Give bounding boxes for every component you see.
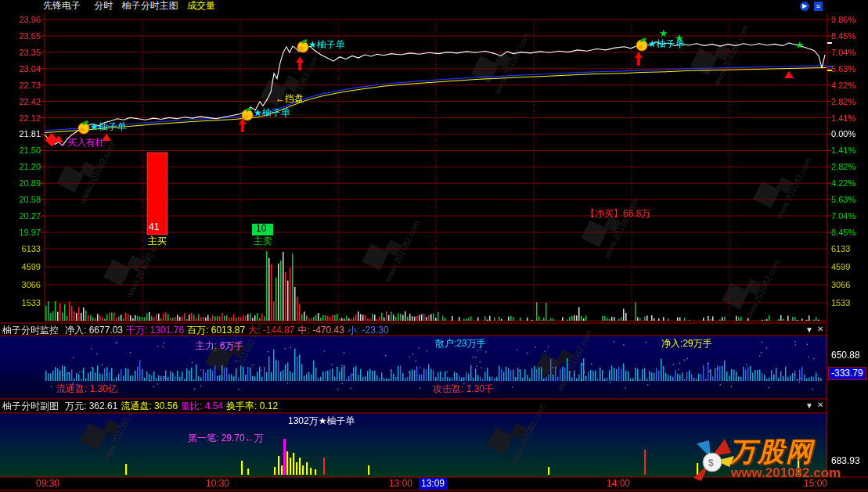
dangpan-annotation: ←挡盘 (276, 94, 304, 104)
percent-axis-label: 1.41% (831, 145, 855, 155)
chart-canvas[interactable]: www.201082.comwww.201082.comwww.201082.c… (0, 0, 868, 492)
price-axis-label: 23.04 (2, 64, 41, 74)
percent-axis-label: 1.41% (831, 113, 855, 123)
time-label: 10:30 (206, 478, 229, 490)
monitor-zhuli-text: 主力: 6万手 (196, 341, 243, 351)
pomelo-icon (297, 38, 308, 52)
price-axis-label: 21.81 (2, 129, 41, 138)
time-label: 09:30 (36, 478, 59, 490)
stat-item: 千万: 1301.76 (126, 325, 184, 336)
play-icon[interactable]: ▶ (800, 2, 809, 11)
youzi-signal-label: ★柚子单 (90, 122, 127, 132)
percent-axis-label: 4.22% (831, 178, 855, 188)
monitor-close-icon[interactable]: ✕ (817, 325, 823, 334)
price-axis-label: 23.35 (2, 48, 41, 57)
volume-axis-label: 6133 (2, 244, 41, 253)
percent-axis-label: 9.86% (831, 15, 855, 24)
trading-app-window: 先锋电子 分时 柚子分时主图 成交量 ▶ ≡ www.201082.comwww… (0, 0, 868, 492)
price-axis-label: 22.12 (2, 113, 41, 123)
subchart-bar-label: 1302万★柚子单 (288, 416, 355, 426)
youzi-signal-label: ★柚子单 (308, 40, 345, 50)
time-label: 14:00 (607, 478, 630, 490)
percent-axis-label: 5.63% (831, 64, 855, 74)
subchart-minimize-icon[interactable]: ▼ (805, 401, 813, 411)
percent-axis-label: 4.22% (831, 81, 855, 90)
pomelo-icon (636, 37, 647, 51)
subchart-title[interactable]: 柚子分时副图 (2, 400, 59, 411)
buy-bar-value: 41 (149, 222, 159, 232)
youzi-signal-label: ★柚子单 (254, 108, 290, 118)
pinwheel-icon: $ (683, 433, 868, 492)
buy-signal-annotation: ←买入有柱 (58, 138, 105, 148)
volume-axis-label: 4599 (2, 262, 41, 271)
price-axis-label: 20.89 (2, 178, 41, 188)
price-axis-label: 22.42 (2, 97, 41, 106)
up-arrow-icon (635, 52, 643, 66)
percent-axis-label: 8.45% (831, 31, 855, 41)
net-buy-annotation: 【净买】66.8万 (585, 209, 650, 219)
svg-text:$: $ (708, 458, 714, 469)
pomelo-icon (242, 106, 253, 120)
subchart-close-icon[interactable]: ✕ (817, 400, 823, 410)
monitor-right-highlight-value: -333.79 (828, 367, 866, 380)
list-icon[interactable]: ≡ (814, 2, 823, 11)
stat-item: 流通盘: 30.56 (121, 400, 178, 411)
volume-axis-label: 3066 (831, 280, 850, 289)
wangguwang-logo: $ 万股网 www.201082.com (683, 433, 868, 492)
subchart-first-trade: 第一笔: 29.70←万 (188, 433, 264, 444)
volume-axis-label: 4599 (831, 262, 850, 271)
percent-axis-label: 7.04% (831, 211, 855, 221)
monitor-gongji-text: 攻击盘: 1.30千 (433, 384, 494, 394)
sell-bar-label: 主卖 (254, 236, 272, 246)
monitor-right-top-value: 650.88 (831, 350, 860, 361)
volume-bars (45, 251, 819, 321)
percent-axis-label: 5.63% (831, 195, 855, 204)
youzi-signal-label: ★柚子单 (648, 39, 685, 49)
pomelo-icon (78, 120, 89, 134)
price-axis-label: 21.50 (2, 145, 41, 155)
monitor-sanhu-text: 散户:23万手 (435, 339, 486, 349)
stat-item: 小: -23.30 (348, 325, 389, 336)
price-axis-label: 20.27 (2, 211, 41, 221)
star-icon: ★ (795, 39, 805, 51)
diamond-icon (45, 134, 59, 147)
sell-bar-value: 10 (256, 224, 266, 234)
list-glyph: ≡ (816, 2, 820, 10)
percent-axis-label: 2.82% (831, 162, 855, 171)
stat-item: 换手率: 0.12 (226, 400, 278, 411)
stat-item: 万元: 362.61 (65, 400, 117, 411)
percent-axis-label: 7.04% (831, 48, 855, 57)
monitor-panel-header: 柚子分时监控净入: 6677.03千万: 1301.76百万: 6013.87大… (2, 324, 395, 336)
time-label-highlight: 13:09 (419, 478, 447, 490)
percent-axis-label: 0.00% (831, 129, 855, 138)
play-glyph: ▶ (802, 2, 807, 9)
triangle-up-icon (784, 71, 794, 78)
percent-axis-label: 8.45% (831, 228, 855, 237)
time-label: 13:00 (389, 478, 412, 490)
stat-item: 中: -470.43 (298, 325, 344, 336)
monitor-liutong-text: 流通盘: 1.30亿 (56, 384, 117, 394)
volume-axis-label: 1533 (831, 298, 850, 307)
volume-axis-label: 1533 (2, 298, 41, 307)
monitor-minimize-icon[interactable]: ▼ (805, 325, 813, 335)
volume-axis-label: 6133 (831, 244, 850, 253)
monitor-jingru-text: 净入:29万手 (661, 339, 712, 349)
stat-item: 百万: 6013.87 (187, 325, 245, 336)
stat-item: 净入: 6677.03 (65, 325, 123, 336)
stat-item: 量比: 4.54 (181, 400, 223, 411)
volume-axis-label: 3066 (2, 280, 41, 289)
price-axis-label: 22.73 (2, 81, 41, 90)
price-axis-label: 23.96 (2, 15, 41, 24)
star-icon: ★ (659, 27, 668, 39)
monitor-title[interactable]: 柚子分时监控 (2, 325, 59, 336)
price-axis-label: 20.58 (2, 195, 41, 204)
monitor-stats: 净入: 6677.03千万: 1301.76百万: 6013.87大: -144… (65, 325, 392, 336)
price-axis-label: 19.97 (2, 228, 41, 237)
price-axis-label: 21.20 (2, 162, 41, 171)
percent-axis-label: 2.82% (831, 97, 855, 106)
price-axis-label: 23.65 (2, 31, 41, 41)
stat-item: 大: -144.87 (248, 325, 294, 336)
subchart-panel-header: 柚子分时副图万元: 362.61流通盘: 30.56量比: 4.54换手率: 0… (2, 400, 284, 412)
subchart-stats: 万元: 362.61流通盘: 30.56量比: 4.54换手率: 0.12 (65, 400, 281, 411)
signal-markers: ★★★ (45, 27, 832, 146)
